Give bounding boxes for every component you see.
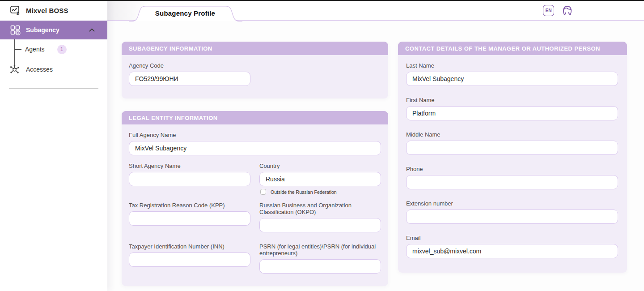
first-name-input[interactable]: [406, 106, 618, 120]
chevron-up-icon: [89, 28, 95, 32]
full-agency-name-input[interactable]: [129, 141, 381, 155]
middle-name-label: Middle Name: [406, 131, 618, 138]
extension-number-input[interactable]: [406, 210, 618, 224]
section-contact-details: CONTACT DETAILS OF THE MANAGER OR AUTHOR…: [398, 42, 627, 273]
sidebar-item-agents[interactable]: Agents 1: [0, 39, 107, 59]
sidebar-item-label: Accesses: [26, 66, 53, 73]
kpp-label: Tax Registration Reason Code (KPP): [129, 202, 250, 209]
outside-rf-label: Outside the Russian Federation: [271, 189, 337, 195]
short-agency-name-input[interactable]: [129, 172, 250, 186]
grid-plus-icon: [10, 25, 21, 35]
subagency-information-header: SUBAGENCY INFORMATION: [122, 42, 388, 55]
main-content: SUBAGENCY INFORMATION Agency Code LEGAL …: [107, 21, 644, 291]
svg-text:B: B: [17, 11, 20, 16]
legal-entity-information-header: LEGAL ENTITY INFORMATION: [122, 111, 388, 124]
okpo-label: Russian Business and Organization Classi…: [259, 202, 381, 215]
agency-code-input[interactable]: [129, 72, 250, 86]
sidebar-nav: Subagency Agents 1: [0, 21, 107, 80]
inn-input[interactable]: [129, 252, 250, 267]
sidebar-item-subagency[interactable]: Subagency: [0, 21, 107, 39]
first-name-label: First Name: [406, 97, 618, 103]
sidebar-divider: [9, 88, 98, 89]
tab-subagency-profile[interactable]: Subagency Profile: [129, 6, 242, 21]
section-subagency-information: SUBAGENCY INFORMATION Agency Code: [122, 42, 388, 98]
full-agency-name-label: Full Agency Name: [129, 132, 381, 138]
app-logo[interactable]: B Mixvel BOSS: [0, 0, 107, 21]
kpp-input[interactable]: [129, 211, 250, 226]
agency-code-label: Agency Code: [129, 62, 250, 69]
mixvel-logo-icon: B: [10, 5, 21, 16]
language-button[interactable]: EN: [543, 5, 554, 16]
app-title: Mixvel BOSS: [26, 7, 68, 14]
agents-count-badge: 1: [57, 45, 67, 54]
window-top-edge: [0, 0, 644, 1]
phone-input[interactable]: [406, 175, 618, 189]
sidebar-item-accesses[interactable]: Accesses: [0, 59, 107, 80]
inn-label: Taxpayer Identification Number (INN): [129, 243, 250, 250]
sidebar-item-label: Agents: [25, 46, 45, 53]
email-input[interactable]: [406, 244, 618, 258]
section-legal-entity-information: LEGAL ENTITY INFORMATION Full Agency Nam…: [122, 111, 388, 286]
user-profile-icon[interactable]: [561, 4, 573, 17]
topbar: Subagency Profile EN: [107, 0, 644, 21]
country-input[interactable]: [259, 172, 381, 186]
last-name-label: Last Name: [406, 62, 618, 69]
middle-name-input[interactable]: [406, 141, 618, 155]
contact-details-header: CONTACT DETAILS OF THE MANAGER OR AUTHOR…: [398, 42, 627, 55]
outside-rf-checkbox[interactable]: [260, 189, 266, 195]
psrn-input[interactable]: [259, 259, 381, 274]
psrn-label: PSRN (for legal entities)\PSRN (for indi…: [259, 243, 381, 257]
country-label: Country: [259, 163, 381, 169]
okpo-input[interactable]: [259, 218, 381, 232]
sidebar: B Mixvel BOSS Subagency: [0, 0, 107, 291]
last-name-input[interactable]: [406, 72, 618, 86]
extension-number-label: Extension number: [406, 200, 618, 207]
network-icon: [9, 64, 21, 75]
phone-label: Phone: [406, 166, 618, 172]
short-agency-name-label: Short Agency Name: [129, 163, 250, 169]
email-label: Email: [406, 235, 618, 241]
sidebar-item-label: Subagency: [26, 26, 59, 34]
